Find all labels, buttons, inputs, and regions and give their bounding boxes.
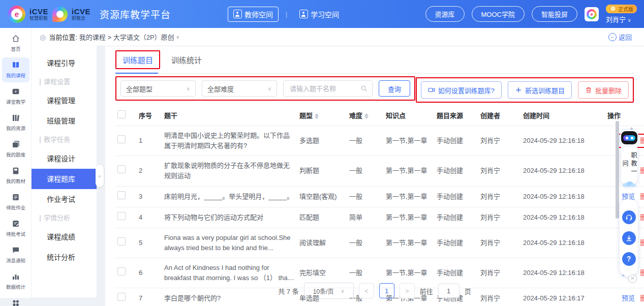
avatar-logo-icon — [587, 9, 597, 19]
chevron-down-icon[interactable]: ∨ — [176, 35, 180, 40]
homework-icon — [11, 193, 20, 202]
row-checkbox[interactable] — [117, 191, 126, 199]
download-icon — [625, 234, 633, 242]
question-stem: 扩散现象说明物质的分子在永不停息地做无规则运动 — [164, 161, 295, 181]
trash-icon — [585, 86, 592, 94]
row-checkbox[interactable] — [117, 267, 126, 276]
student-space-button[interactable]: 学习空间 — [294, 7, 344, 21]
tab-training-questions[interactable]: 训练题目 — [115, 50, 160, 69]
submenu-item-4[interactable]: 班级管理 — [32, 111, 97, 131]
brand2-sub: 职教云 — [72, 16, 90, 21]
sort-carets-icon[interactable] — [315, 113, 319, 119]
table-row: 3床前明月光，_____。举头望明月，_____。填空题(客观)一般第一节,第一… — [115, 186, 644, 207]
delete-link[interactable]: 删除 — [640, 212, 644, 223]
sidebar-item-6[interactable]: 我的教材 — [2, 163, 29, 188]
sidebar-item-7[interactable]: 待批作业 — [2, 190, 29, 215]
prev-page-button[interactable]: < — [359, 283, 374, 298]
submenu-item-3[interactable]: 课程管理 — [32, 90, 97, 111]
page-title: 资源库教学平台 — [100, 7, 171, 21]
quick-links: 资源库MOOC学院智能投屏 — [425, 6, 577, 22]
delete-link[interactable]: 删除 — [640, 268, 644, 278]
sidebar-item-2[interactable]: 我的课程 — [2, 57, 29, 82]
tab-training-stats[interactable]: 训练统计 — [165, 51, 208, 68]
page-size-select[interactable]: 10条/页 ∨ — [304, 283, 354, 299]
brand2-name: iCVE — [72, 8, 90, 15]
sidebar-item-10[interactable]: 数据统计 — [2, 269, 29, 294]
student-space-icon — [299, 10, 308, 18]
knowledge-point: 第一节,第一章 — [386, 239, 427, 247]
sidebar-item-3[interactable]: 课堂教学 — [2, 84, 29, 109]
submenu-item-10[interactable]: 课程成绩 — [32, 227, 97, 247]
customer-service-icon — [625, 213, 633, 221]
search-input[interactable] — [289, 84, 357, 93]
quick-link-1[interactable]: 资源库 — [425, 6, 465, 22]
add-training-questions-button[interactable]: 新选训练题目 — [508, 81, 572, 99]
sidebar-item-9[interactable]: 消息通知 — [2, 242, 29, 267]
sidebar-item-label: 数据统计 — [6, 283, 25, 290]
quick-link-2[interactable]: MOOC学院 — [472, 6, 525, 22]
sidebar-item-label: 待批作业 — [6, 203, 25, 210]
row-number: 5 — [139, 239, 142, 247]
sidebar-item-5[interactable]: 我的题库 — [2, 137, 29, 162]
delete-link[interactable]: 删除 — [640, 166, 644, 176]
stats-icon — [11, 272, 20, 281]
difficulty-select[interactable]: 全部难度 ∨ — [202, 80, 277, 97]
table-row: 1明清是中国小说史上的繁荣时期。以下作品属于明清时期四大名著的有?多选题一般第一… — [115, 126, 644, 156]
download-button[interactable] — [622, 231, 636, 245]
column-header-3[interactable]: 题型 — [297, 104, 347, 126]
table-scrollbar[interactable] — [616, 121, 619, 219]
user-menu[interactable]: 刘肖宁 ∨ — [606, 14, 631, 24]
submenu-item-8[interactable]: 作业考试 — [32, 189, 97, 209]
help-button[interactable]: ? — [622, 252, 636, 266]
avatar[interactable] — [585, 7, 599, 21]
submenu-item-11[interactable]: 统计分析 — [32, 247, 97, 267]
delete-link[interactable]: 删除 — [640, 136, 644, 146]
back-arrow-icon: ← — [608, 33, 617, 41]
submenu-item-1[interactable]: 课程引导 — [32, 53, 97, 73]
row-checkbox[interactable] — [117, 212, 126, 220]
sidebar-collapse-button[interactable]: « — [96, 165, 104, 187]
row-checkbox[interactable] — [117, 135, 126, 143]
column-header-7: 创建者 — [478, 104, 521, 126]
difficulty: 一般 — [349, 269, 362, 277]
sidebar-item-1[interactable]: 首页 — [2, 31, 29, 56]
back-button[interactable]: ← 返回 — [608, 32, 632, 42]
creator: 刘肖宁 — [480, 239, 500, 247]
sidebar-item-label: 我的教材 — [6, 177, 25, 184]
breadcrumb[interactable]: 我的课程 > 大学语文（2P）原创 — [79, 32, 174, 42]
sidebar-item-11[interactable]: 第三方应用 — [2, 295, 29, 306]
question-type-select[interactable]: 全部题型 ∨ — [120, 80, 196, 97]
delete-link[interactable]: 删除 — [640, 192, 644, 202]
table-row: 5Fiona was a very popular girl at school… — [115, 228, 644, 258]
next-page-button[interactable]: > — [400, 283, 415, 298]
page-number-1[interactable]: 1 — [379, 283, 394, 298]
how-to-setup-button[interactable]: 如何设置训练题库? — [421, 81, 502, 99]
submenu-item-7[interactable]: 课程题库 — [32, 169, 97, 189]
textbook-icon — [11, 166, 20, 175]
row-checkbox[interactable] — [117, 165, 126, 173]
ai-assistant-widget[interactable]: 职教一问 — [621, 131, 638, 187]
submenu-section: 课程设置 — [32, 73, 97, 90]
sidebar-item-8[interactable]: 待批考试 — [2, 216, 29, 241]
delete-link[interactable]: 删除 — [640, 238, 644, 248]
quick-link-3[interactable]: 智能投屏 — [532, 6, 577, 22]
close-floating-button[interactable]: ✕ — [628, 274, 637, 283]
icve-shell-logo — [52, 7, 68, 22]
submenu-item-6[interactable]: 课程设计 — [32, 148, 97, 169]
goto-page-input[interactable] — [438, 284, 459, 298]
sort-carets-icon[interactable] — [364, 113, 369, 119]
teacher-space-button[interactable]: 教师空间 — [228, 7, 279, 22]
creator: 刘肖宁 — [480, 193, 500, 200]
sidebar-item-4[interactable]: 我的资源 — [2, 110, 29, 135]
question-type: 判断题 — [299, 167, 319, 174]
bulk-delete-button[interactable]: 批量删除 — [578, 81, 629, 99]
creator: 刘肖宁 — [480, 269, 500, 277]
column-header-4[interactable]: 难度 — [347, 104, 384, 126]
tabs-row: 训练题目 训练统计 — [115, 46, 634, 74]
table-row: 4将下列动物与它们的运动方式配对匹配题简单第一节,第一章手动创建刘肖宁2024-… — [115, 207, 644, 228]
pagination: 共 7 条 10条/页 ∨ < 1 > 前往 页 — [105, 283, 644, 299]
query-button[interactable]: 查询 — [379, 80, 410, 97]
customer-service-button[interactable] — [622, 210, 636, 224]
row-checkbox[interactable] — [117, 237, 126, 246]
select-all-checkbox[interactable] — [117, 110, 126, 118]
